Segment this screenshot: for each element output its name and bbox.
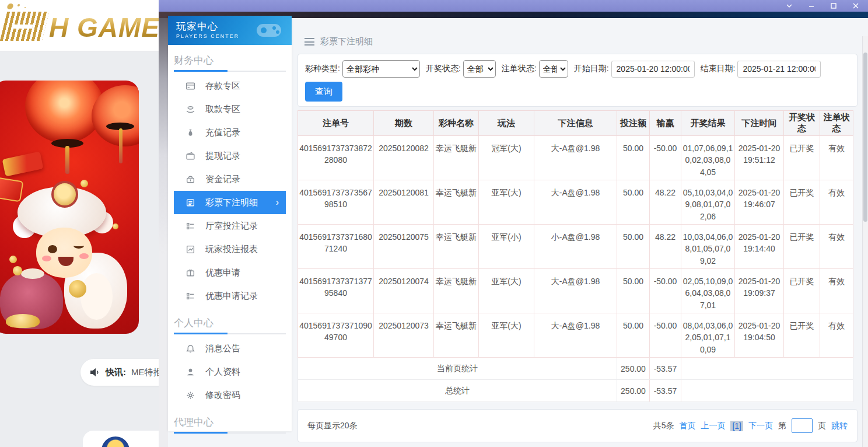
- table-cell: 已开奖: [784, 313, 820, 358]
- gamepad-icon: [252, 19, 286, 43]
- summary-label: 当前页统计: [298, 358, 617, 380]
- sidebar-item-announcements[interactable]: 消息公告: [174, 337, 286, 360]
- table-body: 40156917373738722808020250120082幸运飞艇新冠军(…: [298, 136, 853, 358]
- table-cell: 幸运飞艇新: [434, 225, 479, 269]
- draw-status-select[interactable]: 全部: [463, 60, 496, 78]
- jump-page-input[interactable]: [792, 418, 813, 433]
- table-cell: 有效: [820, 313, 853, 358]
- table-cell: 大-A盘@1.98: [534, 136, 617, 180]
- sidebar-item-withdraw[interactable]: 取款专区: [174, 97, 286, 121]
- scrollbar-thumb[interactable]: [863, 53, 867, 222]
- sidebar-item-lottery-bet-detail[interactable]: 彩票下注明细 ›: [174, 191, 286, 214]
- table-cell: 02,05,10,09,06,04,03,08,07,01: [681, 269, 735, 313]
- total-count-text: 共5条: [653, 421, 674, 431]
- gift-icon: [186, 268, 195, 278]
- table-cell: 401569173737109049700: [298, 313, 374, 358]
- table-cell: 50.00: [617, 225, 650, 269]
- sidebar-item-profile[interactable]: 个人资料: [174, 360, 286, 383]
- current-page-indicator: [1]: [730, 421, 743, 431]
- sidebar-item-funds-record[interactable]: 资金记录: [174, 167, 286, 191]
- table-cell: 已开奖: [784, 269, 820, 313]
- summary-label: 总统计: [298, 380, 617, 402]
- main-content: 彩票下注明细 彩种类型: 全部彩种 开奖状态: 全部 注单状态: 全部: [298, 18, 858, 447]
- end-date-input[interactable]: [737, 61, 821, 78]
- table-row: 40156917373735679851020250120081幸运飞艇新亚军(…: [298, 180, 853, 225]
- lottery-type-label: 彩种类型:: [305, 64, 340, 74]
- bell-ornament-icon: [69, 280, 86, 298]
- finance-menu: 存款专区 取款专区 充值记录 提现记录 资金记录 彩票下注明细 ›: [168, 74, 292, 308]
- jump-button[interactable]: 跳转: [831, 421, 848, 431]
- table-cell: 401569173737356798510: [298, 180, 374, 225]
- table-cell: 48.22: [650, 225, 681, 269]
- lottery-type-select[interactable]: 全部彩种: [342, 60, 420, 78]
- app-body: 玩家中心 PLAYERS CENTER 财务中心 存款专区 取款专区: [159, 18, 868, 447]
- column-header: 彩种名称: [434, 111, 479, 136]
- table-cell: 亚军(大): [479, 269, 534, 313]
- table-cell: 已开奖: [784, 180, 820, 225]
- search-button[interactable]: 查询: [305, 82, 342, 102]
- sidebar-item-recharge-record[interactable]: 充值记录: [174, 121, 286, 144]
- sidebar-item-promo-apply[interactable]: 优惠申请: [174, 261, 286, 284]
- collapse-icon[interactable]: [785, 2, 793, 10]
- table-cell: 已开奖: [784, 225, 820, 269]
- table-cell: 20250120073: [374, 313, 434, 358]
- maximize-icon[interactable]: [830, 2, 838, 10]
- table-cell: 2025-01-20 19:14:40: [735, 225, 784, 269]
- table-cell: 大-A盘@1.98: [534, 269, 617, 313]
- table-cell: 50.00: [617, 136, 650, 180]
- order-status-select[interactable]: 全部: [539, 60, 568, 78]
- window-titlebar: [159, 0, 868, 12]
- window-scrollbar[interactable]: [862, 36, 868, 447]
- close-icon[interactable]: [852, 2, 860, 10]
- chart-icon: [186, 245, 195, 254]
- promo-banner[interactable]: [0, 81, 139, 334]
- sidebar-item-deposit[interactable]: 存款专区: [174, 74, 286, 97]
- bell-icon: [186, 344, 195, 354]
- table-cell: 亚军(小): [479, 225, 534, 269]
- withdraw-hand-icon: [186, 104, 195, 114]
- red-packet-icon: [0, 176, 23, 202]
- column-header: 玩法: [479, 111, 534, 136]
- table-cell: 有效: [820, 180, 853, 225]
- column-header: 开奖结果: [681, 111, 735, 136]
- sidebar-item-withdrawal-record[interactable]: 提现记录: [174, 144, 286, 167]
- sidebar: 玩家中心 PLAYERS CENTER 财务中心 存款专区 取款专区: [168, 16, 292, 431]
- next-page-link[interactable]: 下一页: [748, 421, 773, 431]
- start-date-input[interactable]: [611, 61, 695, 78]
- table-cell: 已开奖: [784, 136, 820, 180]
- prev-page-link[interactable]: 上一页: [701, 421, 725, 431]
- end-date-label: 结束日期:: [701, 64, 736, 74]
- list-check-icon: [186, 221, 195, 231]
- brand-logo: H GAME: [4, 12, 160, 41]
- table-header-row: 注单号期数彩种名称玩法下注信息投注额输赢开奖结果下注时间开奖状态注单状态: [298, 111, 853, 136]
- page-title: 彩票下注明细: [320, 36, 373, 47]
- sidebar-item-promo-apply-record[interactable]: 优惠申请记录: [174, 284, 286, 308]
- page-summary-row: 当前页统计 250.00 -53.57: [298, 358, 853, 380]
- column-header: 期数: [374, 111, 434, 136]
- table-cell: 2025-01-20 19:04:50: [735, 313, 784, 358]
- sidebar-item-player-bet-report[interactable]: 玩家投注报表: [174, 238, 286, 261]
- table-cell: -50.00: [650, 269, 681, 313]
- table-row: 40156917373716807124020250120075幸运飞艇新亚军(…: [298, 225, 853, 269]
- table-cell: 2025-01-20 19:09:37: [735, 269, 784, 313]
- column-header: 下注时间: [735, 111, 784, 136]
- table-cell: 50.00: [617, 313, 650, 358]
- service-logo-circle: [102, 436, 130, 447]
- table-row: 40156917373738722808020250120082幸运飞艇新冠军(…: [298, 136, 853, 180]
- menu-toggle-icon[interactable]: [304, 38, 314, 46]
- chevron-right-icon: ›: [276, 197, 279, 208]
- jump-suffix-text: 页: [818, 421, 826, 431]
- table-cell: 401569173737168071240: [298, 225, 374, 269]
- section-title-personal: 个人中心: [168, 308, 292, 333]
- sidebar-header: 玩家中心 PLAYERS CENTER: [168, 16, 292, 45]
- summary-bet-total: 250.00: [617, 380, 650, 402]
- first-page-link[interactable]: 首页: [679, 421, 695, 431]
- list-check-icon: [186, 291, 195, 301]
- table-cell: 幸运飞艇新: [434, 136, 479, 180]
- table-cell: 大-A盘@1.98: [534, 180, 617, 225]
- sidebar-item-hall-bet-record[interactable]: 厅室投注记录: [174, 214, 286, 238]
- red-packet-icon: [2, 151, 44, 176]
- minimize-icon[interactable]: [807, 2, 816, 10]
- speaker-icon: [90, 368, 100, 377]
- sidebar-item-change-password[interactable]: 修改密码: [174, 383, 286, 407]
